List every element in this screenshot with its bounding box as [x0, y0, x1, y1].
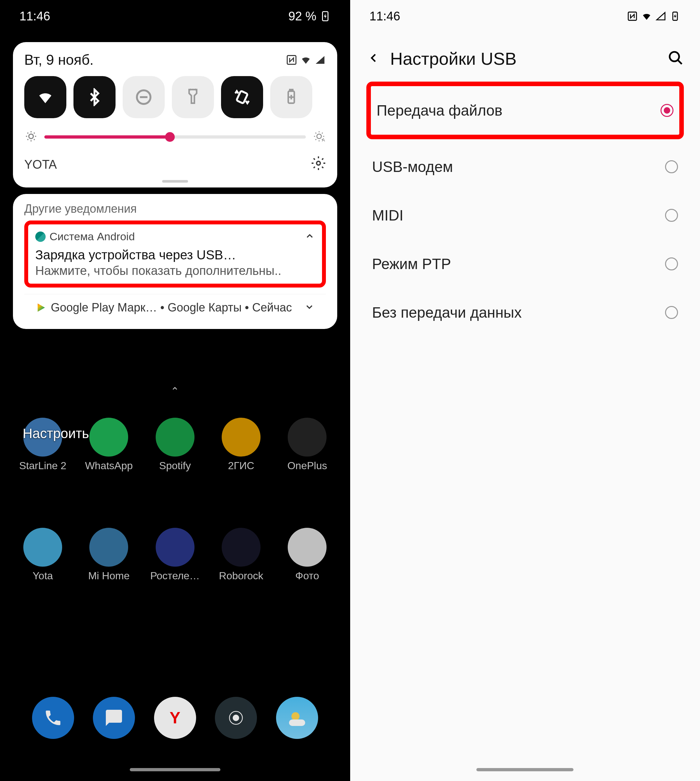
app-icon	[288, 528, 327, 567]
svg-point-9	[317, 161, 320, 165]
app-label: 2ГИС	[228, 460, 254, 472]
gesture-bar[interactable]	[130, 768, 220, 771]
settings-header: Настройки USB	[350, 32, 700, 78]
panel-drag-handle[interactable]	[162, 180, 188, 183]
chevron-down-icon[interactable]	[304, 302, 315, 314]
option-label: Передача файлов	[377, 102, 503, 119]
compact-notif-text: Google Play Марк… • Google Карты • Сейча…	[51, 301, 292, 314]
wifi-icon	[641, 11, 652, 22]
brightness-slider[interactable]	[44, 135, 306, 139]
svg-point-10	[233, 714, 239, 721]
usb-option[interactable]: USB-модем	[366, 142, 684, 191]
notif-app-name: Система Android	[50, 230, 135, 243]
dock-yandex[interactable]: Y	[154, 697, 196, 739]
app-icon	[156, 418, 195, 457]
home-chevron-icon[interactable]: ⌃	[170, 385, 179, 397]
nfc-icon	[286, 54, 297, 66]
notif-body: Нажмите, чтобы показать дополнительны..	[35, 264, 315, 278]
option-label: Без передачи данных	[372, 304, 522, 321]
chevron-up-icon[interactable]	[305, 231, 315, 242]
usb-option[interactable]: MIDI	[366, 191, 684, 240]
carrier-name: YOTA	[24, 158, 57, 172]
dock: Y	[0, 697, 350, 739]
qs-bluetooth-tile[interactable]	[73, 76, 115, 118]
app-label: Yota	[33, 570, 53, 582]
app-label: OnePlus	[287, 460, 327, 472]
notif-title: Зарядка устройства через USB…	[35, 248, 315, 262]
qs-flashlight-tile[interactable]	[172, 76, 214, 118]
dock-camera[interactable]	[215, 697, 257, 739]
app-OnePlus[interactable]: OnePlus	[279, 418, 335, 472]
radio-button[interactable]	[660, 104, 673, 117]
app-icon	[156, 528, 195, 567]
highlighted-notification[interactable]: Система Android Зарядка устройства через…	[24, 220, 326, 287]
usb-options-list: Передача файловUSB-модемMIDIРежим PTPБез…	[350, 82, 700, 337]
usb-option[interactable]: Без передачи данных	[366, 288, 684, 337]
status-time: 11:46	[370, 9, 400, 23]
qs-wifi-tile[interactable]	[24, 76, 66, 118]
settings-gear-button[interactable]	[311, 156, 326, 174]
radio-button[interactable]	[665, 257, 678, 270]
play-store-icon	[36, 302, 46, 313]
status-bar: 11:46 92 %	[0, 0, 350, 32]
notifications-panel: Другие уведомления Система Android Заряд…	[13, 194, 337, 329]
option-label: Режим PTP	[372, 255, 451, 273]
configure-label[interactable]: Настроить	[23, 426, 89, 441]
status-time: 11:46	[19, 9, 50, 23]
dock-phone[interactable]	[32, 697, 74, 739]
signal-icon	[655, 11, 666, 22]
highlighted-option: Передача файлов	[366, 82, 684, 139]
app-Yota[interactable]: Yota	[15, 528, 71, 582]
signal-icon	[314, 54, 326, 66]
battery-icon	[670, 11, 681, 22]
svg-point-7	[317, 134, 322, 139]
usb-option[interactable]: Режим PTP	[366, 240, 684, 288]
app-label: Фото	[295, 570, 319, 582]
radio-button[interactable]	[665, 160, 678, 173]
app-Roborock[interactable]: Roborock	[213, 528, 269, 582]
app-label: Mi Home	[88, 570, 130, 582]
notification-shade-screen: 11:46 92 % Вт, 9 нояб.	[0, 0, 350, 781]
status-icons	[627, 11, 681, 22]
qs-status-icons	[286, 54, 326, 66]
page-title: Настройки USB	[390, 48, 658, 68]
nfc-icon	[627, 11, 638, 22]
gesture-bar[interactable]	[477, 768, 573, 771]
svg-point-12	[291, 713, 299, 721]
compact-notification[interactable]: Google Play Марк… • Google Карты • Сейча…	[24, 294, 326, 321]
usb-option[interactable]: Передача файлов	[371, 86, 680, 135]
app-icon	[288, 418, 327, 457]
qs-battery-tile[interactable]	[270, 76, 312, 118]
dock-messages[interactable]	[93, 697, 135, 739]
app-Ростеле…[interactable]: Ростеле…	[147, 528, 203, 582]
status-battery-text: 92 %	[288, 9, 317, 23]
app-WhatsApp[interactable]: WhatsApp	[81, 418, 137, 472]
option-label: MIDI	[372, 207, 403, 224]
home-apps-row-2: YotaMi HomeРостеле…RoborockФото	[0, 528, 350, 582]
radio-button[interactable]	[665, 209, 678, 222]
usb-settings-screen: 11:46 Настройки USB Передача файловUSB-м…	[350, 0, 700, 781]
app-Spotify[interactable]: Spotify	[147, 418, 203, 472]
qs-autorotate-tile[interactable]	[221, 76, 263, 118]
app-icon	[89, 418, 128, 457]
app-label: StarLine 2	[19, 460, 66, 472]
quick-settings-panel: Вт, 9 нояб. A YOTA	[13, 42, 337, 187]
app-icon	[89, 528, 128, 567]
app-Фото[interactable]: Фото	[279, 528, 335, 582]
app-icon	[222, 418, 260, 457]
app-Mi Home[interactable]: Mi Home	[81, 528, 137, 582]
app-label: Ростеле…	[150, 570, 200, 582]
dock-weather[interactable]	[276, 697, 318, 739]
wifi-icon	[300, 54, 312, 66]
qs-dnd-tile[interactable]	[123, 76, 165, 118]
svg-rect-5	[290, 90, 293, 91]
app-label: Spotify	[159, 460, 191, 472]
svg-text:A: A	[322, 137, 325, 142]
app-2ГИС[interactable]: 2ГИС	[213, 418, 269, 472]
brightness-low-icon	[24, 130, 38, 144]
search-button[interactable]	[668, 50, 684, 67]
radio-button[interactable]	[665, 306, 678, 319]
status-icons: 92 %	[288, 9, 331, 23]
android-system-icon	[35, 232, 46, 242]
back-button[interactable]	[366, 51, 381, 67]
